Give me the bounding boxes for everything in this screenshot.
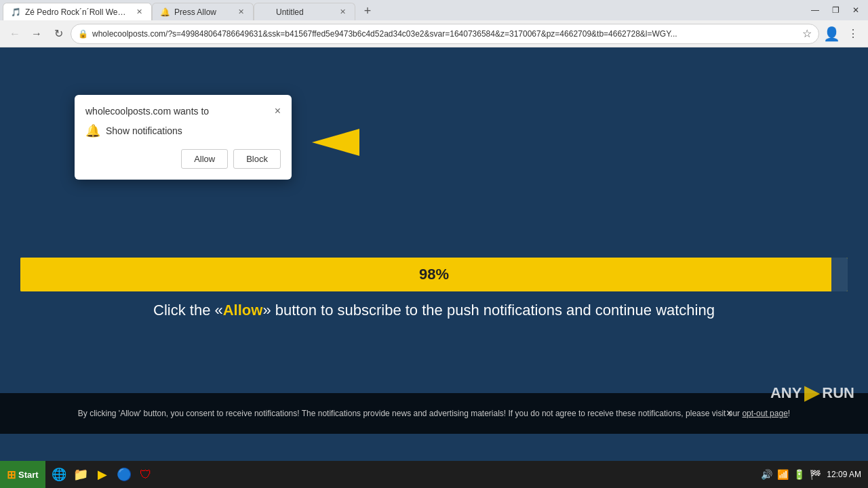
progress-text: 98%	[419, 266, 449, 283]
tab-1[interactable]: 🎵 Zé Pedro Rock´n´Roll WebRip 2020 ✕	[3, 3, 152, 20]
notice-close-button[interactable]: ×	[726, 407, 732, 420]
speaker-icon[interactable]: 🔊	[760, 468, 772, 481]
popup-buttons: Allow Block	[85, 149, 281, 169]
browser-content: wholecoolposts.com wants to × 🔔 Show not…	[0, 47, 868, 461]
permission-popup: wholecoolposts.com wants to × 🔔 Show not…	[75, 95, 292, 180]
popup-close-button[interactable]: ×	[275, 106, 281, 117]
forward-button[interactable]: →	[27, 24, 46, 43]
tab-3-favicon	[261, 7, 272, 18]
windows-icon: ⊞	[7, 468, 16, 481]
address-bar[interactable]: 🔒 wholecoolposts.com/?s=4998480647866496…	[71, 24, 819, 44]
svg-marker-0	[312, 129, 359, 156]
anyrun-text: ANY	[770, 384, 802, 402]
window-controls: — ❐ ✕	[806, 3, 865, 18]
popup-header: wholecoolposts.com wants to ×	[85, 106, 281, 117]
chrome-icon[interactable]: 🔵	[115, 465, 134, 484]
minimize-button[interactable]: —	[806, 3, 825, 18]
tab-1-close[interactable]: ✕	[134, 7, 144, 18]
run-text: RUN	[822, 384, 854, 402]
flag-icon[interactable]: 🏁	[809, 468, 821, 481]
menu-button[interactable]: ⋮	[844, 24, 863, 43]
new-tab-button[interactable]: +	[358, 1, 377, 20]
block-button[interactable]: Block	[233, 149, 281, 169]
bell-icon: 🔔	[85, 123, 100, 138]
anyrun-logo: ANY ▶ RUN	[770, 382, 854, 404]
popup-notification-text: Show notifications	[106, 125, 182, 136]
title-bar: 🎵 Zé Pedro Rock´n´Roll WebRip 2020 ✕ 🔔 P…	[0, 0, 868, 20]
systray: 🔊 📶 🔋 🏁	[760, 468, 821, 481]
clock: 12:09 AM	[827, 470, 861, 479]
arrow-indicator	[305, 122, 359, 165]
account-button[interactable]: 👤	[822, 24, 841, 43]
opt-out-link[interactable]: opt-out page	[742, 409, 787, 418]
ie-icon[interactable]: 🌐	[50, 465, 68, 484]
tab-1-favicon: 🎵	[10, 7, 21, 18]
network-icon[interactable]: 📶	[776, 468, 789, 481]
tab-2-title: Press Allow	[174, 7, 231, 17]
notice-text: By clicking 'Allow' button, you consent …	[78, 409, 790, 418]
media-player-icon[interactable]: ▶	[93, 465, 112, 484]
cta-allow-text: Allow	[223, 302, 263, 319]
bottom-notice: By clicking 'Allow' button, you consent …	[0, 393, 868, 434]
tab-2[interactable]: 🔔 Press Allow ✕	[152, 3, 254, 20]
allow-button[interactable]: Allow	[181, 149, 228, 169]
tab-1-title: Zé Pedro Rock´n´Roll WebRip 2020	[25, 7, 130, 17]
cta-after: » button to subscribe to the push notifi…	[262, 302, 715, 319]
play-icon: ▶	[804, 382, 819, 404]
tab-list: 🎵 Zé Pedro Rock´n´Roll WebRip 2020 ✕ 🔔 P…	[3, 0, 806, 20]
tab-3[interactable]: Untitled ✕	[254, 3, 355, 20]
nav-bar: ← → ↻ 🔒 wholecoolposts.com/?s=4998480647…	[0, 20, 868, 47]
taskbar-icons: 🌐 📁 ▶ 🔵 🛡	[45, 465, 159, 484]
taskbar: ⊞ Start 🌐 📁 ▶ 🔵 🛡 🔊 📶 🔋 🏁 12:09 AM	[0, 461, 868, 488]
tab-2-favicon: 🔔	[159, 7, 170, 18]
taskbar-right: 🔊 📶 🔋 🏁 12:09 AM	[753, 468, 868, 481]
start-button[interactable]: ⊞ Start	[0, 461, 45, 488]
back-button[interactable]: ←	[5, 24, 24, 43]
close-button[interactable]: ✕	[846, 3, 865, 18]
folder-icon[interactable]: 📁	[71, 465, 90, 484]
tab-3-title: Untitled	[276, 7, 333, 17]
popup-notification-item: 🔔 Show notifications	[85, 123, 281, 138]
cta-before: Click the «	[153, 302, 223, 319]
popup-title: wholecoolposts.com wants to	[85, 106, 209, 117]
progress-bar: 98%	[20, 258, 848, 291]
nav-right-buttons: 👤 ⋮	[822, 24, 863, 43]
bookmark-icon[interactable]: ☆	[802, 27, 812, 40]
cta-text: Click the «Allow» button to subscribe to…	[0, 302, 868, 319]
browser-window: 🎵 Zé Pedro Rock´n´Roll WebRip 2020 ✕ 🔔 P…	[0, 0, 868, 461]
maximize-button[interactable]: ❐	[826, 3, 845, 18]
progress-section: 98%	[20, 258, 848, 291]
reload-button[interactable]: ↻	[49, 24, 68, 43]
antivirus-icon[interactable]: 🛡	[136, 465, 155, 484]
lock-icon: 🔒	[78, 29, 88, 39]
battery-icon[interactable]: 🔋	[793, 468, 805, 481]
tab-3-close[interactable]: ✕	[337, 7, 348, 18]
tab-2-close[interactable]: ✕	[235, 7, 246, 18]
progress-empty	[831, 258, 848, 291]
start-label: Start	[18, 470, 39, 480]
url-text: wholecoolposts.com/?s=499848064786649631…	[92, 29, 798, 39]
